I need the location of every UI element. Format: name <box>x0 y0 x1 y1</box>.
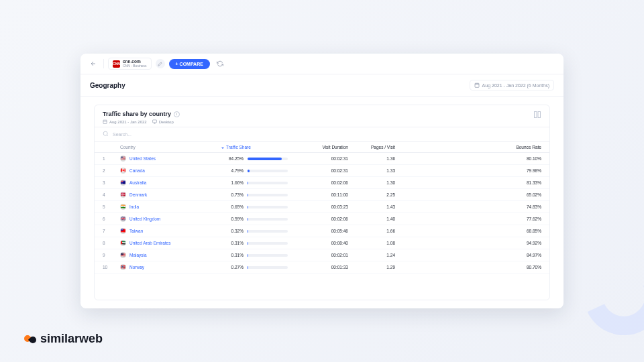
country-link[interactable]: 🇺🇸United States <box>120 156 221 162</box>
site-favicon: CNN <box>113 60 120 68</box>
share-bar <box>248 158 288 160</box>
page-title: Geography <box>90 82 125 89</box>
country-name: United Arab Emirates <box>129 241 170 245</box>
country-link[interactable]: 🇹🇼Taiwan <box>120 228 221 234</box>
table-row: 5🇮🇳India0.65%00:03:231.4374.83% <box>95 201 549 213</box>
brand-logo: similarweb <box>24 332 103 346</box>
country-table: Country Traffic Share Visit Duration Pag… <box>95 142 549 300</box>
table-header: Country Traffic Share Visit Duration Pag… <box>95 142 549 153</box>
export-icon[interactable] <box>533 111 541 120</box>
pages-cell: 1.30 <box>355 180 402 185</box>
country-link[interactable]: 🇨🇦Canada <box>120 168 221 174</box>
traffic-share-cell: 0.59% <box>221 217 301 221</box>
back-button[interactable] <box>87 58 99 70</box>
bounce-cell: 77.62% <box>494 217 541 221</box>
svg-rect-0 <box>475 83 479 87</box>
country-link[interactable]: 🇳🇴Norway <box>120 264 221 270</box>
share-bar <box>248 218 288 221</box>
country-name: Denmark <box>129 192 147 197</box>
flag-icon: 🇮🇳 <box>120 204 126 210</box>
country-link[interactable]: 🇦🇪United Arab Emirates <box>120 240 221 246</box>
date-range-picker[interactable]: Aug 2021 - Jan 2022 (6 Months) <box>470 80 554 90</box>
col-visit-duration[interactable]: Visit Duration <box>301 145 355 149</box>
share-bar <box>248 254 288 257</box>
traffic-share-cell: 4.79% <box>221 168 301 173</box>
col-pages-visit[interactable]: Pages / Visit <box>355 145 402 149</box>
table-row: 9🇲🇾Malaysia0.31%00:02:011.2484.97% <box>95 249 549 261</box>
flag-icon: 🇦🇪 <box>120 240 126 246</box>
share-bar <box>248 194 288 196</box>
pages-cell: 1.33 <box>355 168 402 173</box>
rank-cell: 1 <box>103 156 120 161</box>
traffic-share-cell: 0.32% <box>221 229 301 233</box>
pages-cell: 1.24 <box>355 253 402 257</box>
flag-icon: 🇩🇰 <box>120 192 126 198</box>
site-chip[interactable]: CNN cnn.com CNN - Business <box>108 58 152 70</box>
traffic-share-panel: Traffic share by country i Aug 2021 - Ja… <box>94 105 550 300</box>
sort-desc-icon <box>221 145 225 149</box>
bounce-cell: 79.98% <box>494 168 541 173</box>
country-name: Canada <box>129 168 145 173</box>
col-traffic-share[interactable]: Traffic Share <box>221 145 301 149</box>
duration-cell: 00:08:40 <box>301 241 355 245</box>
desktop-icon <box>152 119 157 124</box>
rank-cell: 9 <box>103 253 120 257</box>
traffic-share-cell: 1.66% <box>221 180 301 185</box>
duration-cell: 00:02:31 <box>301 168 355 173</box>
app-window: CNN cnn.com CNN - Business + COMPARE Geo… <box>80 54 564 308</box>
background-decoration <box>572 243 644 347</box>
pages-cell: 1.29 <box>355 265 402 269</box>
pages-cell: 1.40 <box>355 217 402 221</box>
svg-rect-2 <box>152 120 156 123</box>
country-link[interactable]: 🇲🇾Malaysia <box>120 252 221 258</box>
traffic-share-cell: 0.65% <box>221 204 301 209</box>
brand-mark-icon <box>24 333 36 345</box>
rank-cell: 7 <box>103 229 120 233</box>
duration-cell: 00:02:01 <box>301 253 355 257</box>
bounce-cell: 81.33% <box>494 180 541 185</box>
share-bar <box>248 170 288 172</box>
search-input[interactable] <box>113 132 541 137</box>
pages-cell: 1.08 <box>355 241 402 245</box>
country-link[interactable]: 🇦🇺Australia <box>120 180 221 186</box>
refresh-icon[interactable] <box>214 58 226 70</box>
table-row: 3🇦🇺Australia1.66%00:02:061.3081.33% <box>95 177 549 189</box>
bounce-cell: 74.83% <box>494 204 541 209</box>
table-row: 2🇨🇦Canada4.79%00:02:311.3379.98% <box>95 165 549 177</box>
brand-name: similarweb <box>40 332 103 346</box>
country-name: India <box>129 204 139 209</box>
flag-icon: 🇦🇺 <box>120 180 126 186</box>
share-bar <box>248 242 288 245</box>
search-icon <box>103 131 109 138</box>
country-link[interactable]: 🇬🇧United Kingdom <box>120 216 221 222</box>
date-range-text: Aug 2021 - Jan 2022 (6 Months) <box>482 83 549 88</box>
traffic-share-cell: 0.31% <box>221 253 301 257</box>
bounce-cell: 65.02% <box>494 192 541 197</box>
country-name: Norway <box>129 265 144 269</box>
bounce-cell: 68.85% <box>494 229 541 233</box>
country-link[interactable]: 🇩🇰Denmark <box>120 192 221 198</box>
calendar-icon <box>103 119 107 124</box>
svg-rect-4 <box>538 112 541 118</box>
col-bounce-rate[interactable]: Bounce Rate <box>494 145 541 149</box>
pages-cell: 1.66 <box>355 229 402 233</box>
traffic-share-cell: 0.27% <box>221 265 301 269</box>
divider <box>103 59 104 68</box>
pages-cell: 1.36 <box>355 156 402 161</box>
table-row: 7🇹🇼Taiwan0.32%00:05:461.6668.85% <box>95 225 549 237</box>
col-country[interactable]: Country <box>120 145 221 149</box>
country-name: Malaysia <box>129 253 147 257</box>
info-icon[interactable]: i <box>174 111 180 117</box>
page-header: Geography Aug 2021 - Jan 2022 (6 Months) <box>80 74 564 97</box>
duration-cell: 00:01:33 <box>301 265 355 269</box>
country-name: Taiwan <box>129 229 143 233</box>
country-name: United Kingdom <box>129 217 160 221</box>
compare-button[interactable]: + COMPARE <box>169 59 210 69</box>
traffic-share-cell: 0.31% <box>221 241 301 245</box>
duration-cell: 00:02:06 <box>301 180 355 185</box>
panel-title: Traffic share by country <box>103 111 171 117</box>
edit-site-button[interactable] <box>156 59 165 68</box>
flag-icon: 🇲🇾 <box>120 252 126 258</box>
country-link[interactable]: 🇮🇳India <box>120 204 221 210</box>
flag-icon: 🇨🇦 <box>120 168 126 174</box>
